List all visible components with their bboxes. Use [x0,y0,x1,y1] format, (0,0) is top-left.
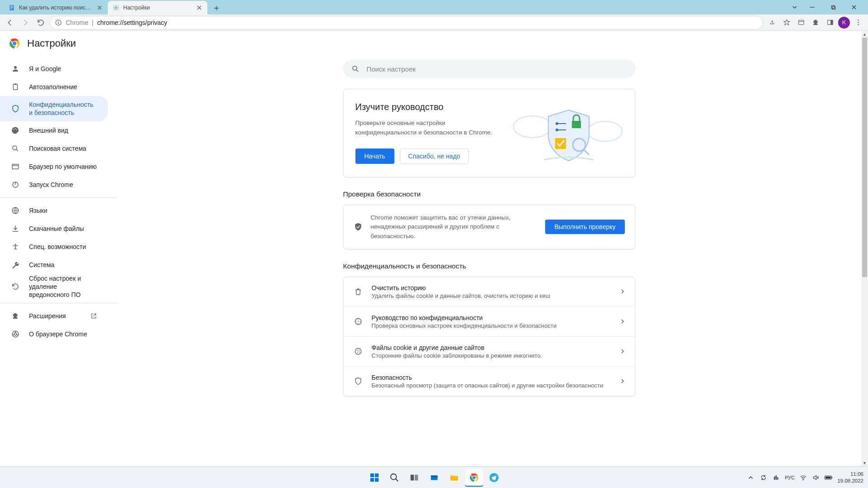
dismiss-button[interactable]: Спасибо, не надо [400,148,469,164]
settings-search-input[interactable] [367,65,627,73]
row-clear-browsing-data[interactable]: Очистить историюУдалить файлы cookie и д… [344,277,635,307]
close-icon[interactable] [196,4,203,11]
row-cookies[interactable]: Файлы cookie и другие данные сайтовСторо… [344,337,635,367]
tabs-dropdown-button[interactable] [787,0,802,14]
docs-favicon-icon [8,4,15,11]
globe-icon [11,206,20,215]
svg-rect-6 [832,6,835,9]
volume-icon[interactable] [812,474,820,481]
sidebar-item-you-and-google[interactable]: Я и Google [0,60,108,78]
browser-toolbar: Chrome | chrome://settings/privacy K [0,14,868,31]
search-icon [351,65,360,73]
chrome-taskbar-button[interactable] [465,469,483,487]
back-button[interactable] [4,16,16,29]
row-privacy-guide[interactable]: Руководство по конфиденциальностиПроверк… [344,307,635,337]
svg-rect-63 [777,477,778,479]
widgets-button[interactable] [425,469,443,487]
minimize-button[interactable] [802,0,823,14]
tab-1[interactable]: Как удалить историю поиска G [4,1,108,14]
new-tab-button[interactable] [210,2,223,14]
vertical-scrollbar[interactable]: ▲ ▼ [861,31,868,466]
scroll-down-icon[interactable]: ▼ [861,459,868,466]
svg-point-22 [14,129,14,130]
forward-button[interactable] [19,16,32,29]
search-button[interactable] [385,469,403,487]
sidebar-item-startup[interactable]: Запуск Chrome [0,176,108,194]
close-window-button[interactable] [844,0,864,14]
sidebar-item-appearance[interactable]: Внешний вид [0,121,108,139]
tray-app-icon[interactable] [772,474,780,481]
start-button[interactable]: Начать [355,148,394,164]
sidebar-item-about[interactable]: О браузере Chrome [0,325,108,343]
reload-button[interactable] [34,16,47,29]
sidebar-item-search-engine[interactable]: Поисковая система [0,139,108,158]
close-icon[interactable] [96,4,103,11]
sidebar-item-accessibility[interactable]: Спец. возможности [0,238,108,256]
tray-overflow-icon[interactable] [747,475,755,480]
sidepanel-icon[interactable] [824,16,836,29]
svg-point-41 [357,321,358,322]
reading-list-icon[interactable] [795,16,807,29]
svg-rect-12 [830,20,833,25]
svg-rect-8 [58,22,58,24]
svg-point-31 [14,333,16,335]
svg-point-13 [858,19,858,20]
shield-icon [11,105,20,113]
sidebar-item-privacy-security[interactable]: Конфиденциальность и безопасность [0,96,108,121]
run-check-button[interactable]: Выполнить проверку [545,220,624,234]
sidebar-item-downloads[interactable]: Скачанные файлы [0,220,108,238]
settings-search[interactable] [343,60,635,78]
settings-sidebar: Я и Google Автозаполнение Конфиденциальн… [0,56,117,466]
svg-point-19 [14,66,17,69]
svg-point-44 [358,350,359,351]
share-icon[interactable] [766,16,778,29]
sidebar-item-system[interactable]: Система [0,256,108,274]
maximize-button[interactable] [823,0,844,14]
svg-point-64 [803,479,804,480]
svg-rect-53 [414,474,417,480]
task-view-button[interactable] [405,469,423,487]
tray-sync-icon[interactable] [759,474,767,481]
restore-icon [11,282,20,291]
svg-rect-35 [572,121,581,128]
svg-rect-1 [10,6,13,7]
tray-clock[interactable]: 11:06 19.08.2022 [837,471,863,484]
scroll-up-icon[interactable]: ▲ [861,31,868,38]
wifi-icon[interactable] [799,474,807,481]
sidebar-item-languages[interactable]: Языки [0,201,108,220]
chrome-logo-icon [9,38,20,49]
tab-2-title: Настройки [123,5,192,11]
trash-icon [354,287,363,296]
scroll-thumb[interactable] [862,38,867,277]
sidebar-item-reset[interactable]: Сброс настроек и удаление вредоносного П… [0,274,108,299]
tab-2[interactable]: Настройки [108,1,207,14]
settings-header: Настройки [0,31,861,56]
extensions-icon[interactable] [809,16,822,29]
windows-taskbar: РУС 11:06 19.08.2022 [0,466,868,488]
safety-check-text: Chrome поможет защитить вас от утечки да… [371,213,537,241]
svg-rect-2 [10,7,13,8]
profile-avatar[interactable]: K [838,17,850,29]
battery-icon[interactable] [825,475,833,480]
menu-icon[interactable] [852,16,864,29]
sidebar-item-default-browser[interactable]: Браузер по умолчанию [0,158,108,176]
tray-language[interactable]: РУС [785,475,795,480]
start-button[interactable] [365,469,384,487]
file-explorer-button[interactable] [445,469,463,487]
svg-rect-67 [826,476,831,478]
svg-point-33 [513,116,551,138]
sidebar-item-autofill[interactable]: Автозаполнение [0,78,108,96]
sidebar-item-extensions[interactable]: Расширения [0,307,108,325]
row-security[interactable]: БезопасностьБезопасный просмотр (защита … [344,367,635,396]
bookmark-icon[interactable] [780,16,793,29]
svg-point-46 [359,352,360,353]
telegram-button[interactable] [485,469,503,487]
palette-icon [11,126,20,134]
settings-page: Настройки Я и Google Автозаполнение Конф… [0,31,861,466]
svg-rect-49 [370,478,374,481]
system-tray: РУС 11:06 19.08.2022 [747,467,863,488]
svg-rect-66 [832,477,833,478]
site-info-icon[interactable] [55,19,62,26]
window-controls [802,0,864,14]
address-bar[interactable]: Chrome | chrome://settings/privacy [50,16,763,29]
